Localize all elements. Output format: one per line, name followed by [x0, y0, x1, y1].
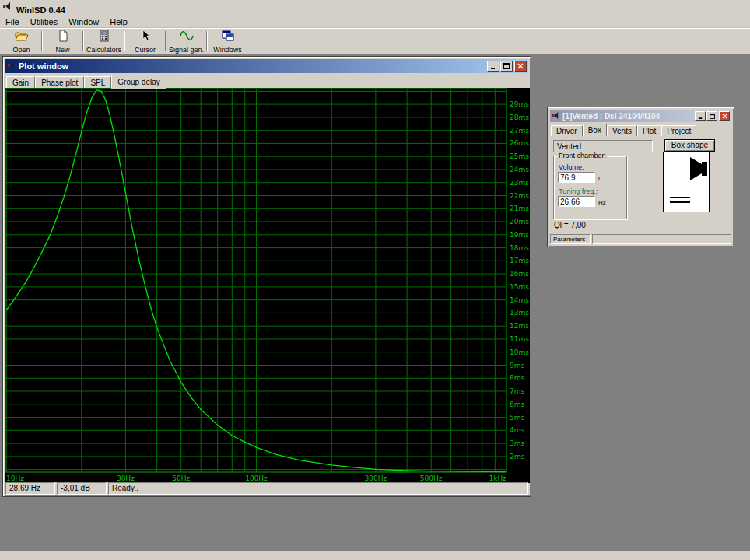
open-folder-icon — [15, 30, 29, 45]
open-button[interactable]: Open — [3, 29, 40, 54]
svg-text:6ms: 6ms — [510, 401, 524, 408]
tab-spl[interactable]: SPL — [84, 76, 111, 88]
tuning-freq-unit: Hz — [598, 199, 606, 206]
tuning-freq-label: Tuning freq.: — [559, 187, 598, 195]
menu-file[interactable]: File — [0, 16, 25, 27]
calculators-button[interactable]: Calculators — [86, 29, 122, 54]
ql-value-label: Ql = 7,00 — [554, 221, 586, 229]
plot-area[interactable]: 29ms28ms27ms26ms25ms24ms23ms22ms21ms20ms… — [5, 88, 530, 483]
svg-text:22ms: 22ms — [510, 192, 529, 200]
menubar: File Utilities Window Help — [0, 16, 750, 28]
tab-gain[interactable]: Gain — [6, 76, 35, 88]
cursor-icon — [139, 30, 152, 45]
plot-window-icon — [7, 59, 16, 73]
close-icon[interactable] — [719, 111, 730, 121]
tab-driver[interactable]: Driver — [551, 125, 583, 136]
svg-text:2ms: 2ms — [510, 453, 524, 460]
cursor-button[interactable]: Cursor — [127, 29, 163, 54]
svg-text:300Hz: 300Hz — [365, 474, 387, 482]
app-icon — [2, 1, 13, 15]
windows-button[interactable]: Windows — [209, 29, 246, 54]
signal-gen-button[interactable]: Signal gen. — [168, 29, 205, 54]
svg-text:27ms: 27ms — [510, 127, 529, 135]
svg-text:7ms: 7ms — [510, 387, 524, 395]
toolbar-label: Windows — [213, 46, 242, 54]
tab-project[interactable]: Project — [661, 125, 696, 136]
front-chamber-groupbox: Front chamber: Volume: l Tuning freq.: H… — [553, 156, 627, 219]
box-window-titlebar[interactable]: [1]Vented : Dsi 24104/4104 — [550, 110, 731, 122]
tab-phase-plot[interactable]: Phase plot — [35, 76, 84, 88]
svg-text:4ms: 4ms — [510, 426, 524, 434]
box-tabbar: Driver Box Vents Plot Project — [551, 124, 696, 136]
svg-text:30Hz: 30Hz — [117, 474, 135, 482]
menu-help[interactable]: Help — [104, 16, 133, 27]
cursor-level-readout: -3,01 dB — [57, 482, 107, 495]
plot-window-title: Plot window — [19, 61, 486, 71]
svg-text:12ms: 12ms — [510, 322, 529, 330]
toolbar-label: Open — [12, 46, 30, 54]
front-chamber-legend: Front chamber: — [557, 152, 608, 159]
svg-text:13ms: 13ms — [510, 309, 529, 317]
tab-box[interactable]: Box — [583, 124, 607, 136]
svg-text:21ms: 21ms — [510, 205, 529, 212]
maximize-button[interactable] — [500, 61, 513, 72]
svg-text:5ms: 5ms — [510, 414, 524, 422]
svg-text:25ms: 25ms — [510, 152, 529, 160]
svg-text:24ms: 24ms — [510, 166, 529, 173]
svg-text:3ms: 3ms — [510, 439, 524, 447]
toolbar-separator — [165, 31, 166, 51]
signal-generator-icon — [180, 30, 194, 45]
volume-input[interactable] — [558, 172, 595, 183]
box-window-title: [1]Vented : Dsi 24104/4104 — [562, 112, 694, 121]
box-statusbar: Parameters — [550, 234, 731, 244]
box-type-dropdown[interactable]: Vented — [553, 140, 653, 152]
parameters-progressbar — [592, 234, 731, 244]
menu-window[interactable]: Window — [63, 16, 104, 27]
group-delay-chart: 29ms28ms27ms26ms25ms24ms23ms22ms21ms20ms… — [5, 88, 530, 483]
app-titlebar[interactable]: WinISD 0.44 — [0, 0, 750, 16]
svg-text:15ms: 15ms — [510, 283, 529, 291]
tab-group-delay[interactable]: Group delay — [111, 75, 166, 88]
svg-text:28ms: 28ms — [510, 114, 529, 121]
svg-text:18ms: 18ms — [510, 244, 529, 252]
tab-plot[interactable]: Plot — [637, 125, 661, 136]
svg-text:16ms: 16ms — [510, 270, 529, 278]
tuning-freq-input[interactable] — [558, 196, 595, 207]
calculator-icon — [98, 30, 110, 45]
enclosure-drawing — [664, 152, 709, 212]
close-icon[interactable] — [514, 61, 527, 72]
box-window-icon — [552, 109, 560, 123]
parameters-status-label: Parameters — [550, 234, 591, 244]
toolbar-separator — [41, 31, 43, 51]
svg-text:23ms: 23ms — [510, 179, 529, 187]
cursor-frequency-readout: 28,69 Hz — [5, 482, 55, 495]
svg-text:10Hz: 10Hz — [6, 474, 24, 482]
tab-vents[interactable]: Vents — [607, 125, 637, 136]
toolbar-label: Calculators — [86, 46, 121, 54]
plot-window: Plot window Gain Phase plot SPL Group de… — [2, 56, 531, 497]
toolbar: Open New Calculators Cursor Signal gen. … — [0, 28, 750, 54]
toolbar-label: Cursor — [135, 46, 156, 54]
menu-utilities[interactable]: Utilities — [25, 16, 63, 27]
plot-window-titlebar[interactable]: Plot window — [5, 59, 528, 73]
volume-label: Volume: — [559, 163, 584, 171]
windows-icon — [222, 30, 234, 45]
svg-text:14ms: 14ms — [510, 296, 529, 304]
svg-text:50Hz: 50Hz — [172, 474, 190, 482]
box-shape-preview — [663, 152, 710, 212]
svg-text:19ms: 19ms — [510, 231, 529, 239]
minimize-button[interactable] — [487, 61, 499, 72]
svg-text:26ms: 26ms — [510, 139, 529, 147]
toolbar-separator — [206, 31, 208, 51]
maximize-button[interactable] — [706, 111, 717, 121]
svg-text:17ms: 17ms — [510, 257, 529, 264]
volume-unit: l — [598, 175, 600, 182]
plot-tabbar: Gain Phase plot SPL Group delay — [6, 74, 166, 88]
new-button[interactable]: New — [44, 29, 81, 54]
svg-text:11ms: 11ms — [510, 335, 529, 343]
svg-text:10ms: 10ms — [510, 348, 529, 356]
new-document-icon — [57, 30, 69, 45]
minimize-button[interactable] — [695, 111, 706, 121]
box-shape-button[interactable]: Box shape — [664, 139, 715, 152]
svg-text:20ms: 20ms — [510, 218, 529, 226]
